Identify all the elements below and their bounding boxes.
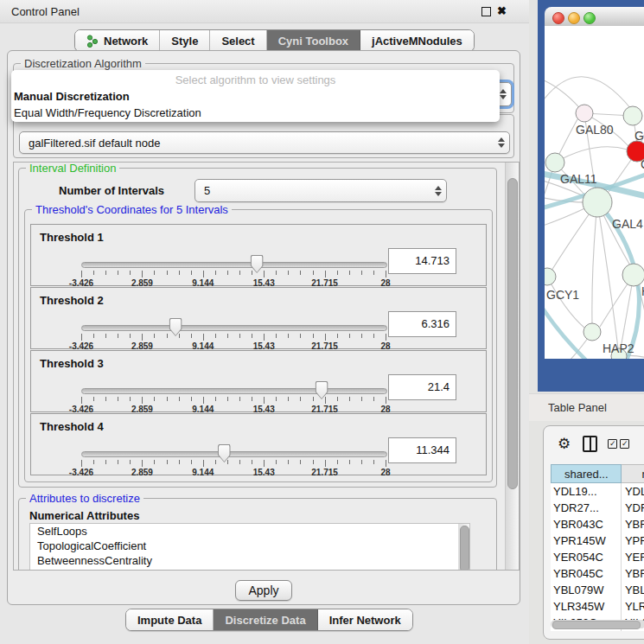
slider-thumb[interactable] [218,444,231,462]
slider-track[interactable] [81,262,387,268]
slider-thumb[interactable] [169,318,182,336]
gear-icon[interactable]: ⚙ [558,437,571,451]
slider-track[interactable] [81,388,387,394]
attribute-item-selfloops[interactable]: SelfLoops [30,524,469,539]
number-of-intervals-combo[interactable]: 5 [194,179,447,202]
slider-thumb[interactable] [251,255,264,273]
checkbox-icon[interactable]: ✓ [620,439,629,449]
cell-shared-name[interactable]: YLR345W [551,598,622,615]
GAL4-node[interactable] [583,188,612,217]
table-row[interactable]: YDR27...YDR2 [551,500,644,516]
GCY1-node[interactable] [545,268,556,285]
threshold-value-field[interactable]: 6.316 [388,311,456,337]
node-top-right[interactable] [623,106,642,125]
threshold-value-field[interactable]: 21.4 [388,374,456,400]
split-columns-icon[interactable] [583,436,597,452]
threshold-value-field[interactable]: 14.713 [388,248,456,274]
slider-tick [239,334,240,338]
tab-discretize-data[interactable]: Discretize Data [214,609,317,630]
cell-shared-name[interactable]: YBL079W [551,582,622,598]
threshold-value-field[interactable]: 11.344 [388,437,456,463]
cell-name[interactable]: YBR0 [622,565,644,582]
table-row[interactable]: YBR043CYBR0 [551,516,644,532]
attribute-item-topologicalcoefficient[interactable]: TopologicalCoefficient [30,539,469,553]
scrollbar-thumb[interactable] [552,621,641,629]
slider-track[interactable] [81,451,387,457]
slider-tick-label: 9.144 [192,468,214,477]
slider-tick [215,397,216,401]
slider-tick [349,271,350,275]
HAP2-node[interactable] [583,323,601,341]
slider-tick [300,334,301,338]
H-node[interactable] [622,264,644,286]
slider-thumb[interactable] [316,381,328,399]
tab-impute-data[interactable]: Impute Data [126,609,214,630]
algorithm-option-manual-discretization[interactable]: Manual Discretization [11,88,500,105]
settings-vertical-scrollbar[interactable] [505,163,519,570]
zoom-traffic-light-icon[interactable] [583,12,596,24]
column-header-shared-name[interactable]: shared... [551,464,622,483]
attribute-list-scrollbar[interactable] [458,524,469,571]
cell-name[interactable]: YDL1 [622,483,644,500]
network-edge[interactable] [592,202,597,323]
table-panel-header: Table Panel [529,393,644,421]
cell-shared-name[interactable]: YDR27... [551,500,622,516]
cell-name[interactable]: YPR1 [622,532,644,549]
tab-network[interactable]: Network [75,30,160,51]
cell-shared-name[interactable]: YPR145W [551,532,622,549]
network-canvas[interactable]: GAL80G.CGAL11GAL4GCY1HHAP2 [545,26,644,359]
table-row[interactable]: YBR045CYBR0 [551,565,644,582]
tab-cyni-toolbox[interactable]: Cyni Toolbox [267,30,360,51]
tab-label: jActiveMNodules [372,35,462,48]
scrollbar-thumb[interactable] [460,526,469,571]
GAL80-node[interactable] [576,105,593,122]
cell-shared-name[interactable]: YBR045C [551,565,622,582]
close-icon[interactable]: ✖ [497,4,507,17]
checkbox-icon[interactable]: ✓ [608,439,617,449]
table-row[interactable]: YDL19...YDL1 [551,483,644,500]
tab-infer-network[interactable]: Infer Network [318,609,412,630]
cell-name[interactable]: YBR0 [622,516,644,532]
tab-label: Select [221,35,254,48]
GAL11-node[interactable] [545,153,564,172]
cell-name[interactable]: YBL0 [622,582,644,598]
algorithm-option-equal-width-frequency-discretization[interactable]: Equal Width/Frequency Discretization [11,105,500,121]
scrollbar-thumb[interactable] [507,178,518,489]
table-horizontal-scrollbar[interactable] [551,620,644,628]
threshold-2-slider[interactable]: -3.4262.8599.14415.4321.71528 [81,325,386,348]
tab-jactivemnodules[interactable]: jActiveMNodules [360,30,474,51]
slider-tick [179,397,180,401]
cell-name[interactable]: YER0 [622,549,644,565]
table-row[interactable]: YPR145WYPR1 [551,532,644,549]
float-window-icon[interactable] [481,7,491,16]
table-row[interactable]: YBL079WYBL0 [551,582,644,598]
tab-select[interactable]: Select [210,30,266,51]
cell-shared-name[interactable]: YBR043C [551,516,622,532]
slider-tick [337,334,338,338]
threshold-4-slider[interactable]: -3.4262.8599.14415.4321.71528 [81,451,386,474]
network-window-titlebar[interactable] [545,7,644,27]
cell-shared-name[interactable]: YDL19... [551,483,622,500]
network-edge[interactable] [545,77,631,109]
cell-name[interactable]: YDR2 [622,500,644,516]
minimize-traffic-light-icon[interactable] [568,12,580,24]
table-row[interactable]: YLR345WYLR3 [551,598,644,615]
slider-track[interactable] [81,325,387,331]
table-data-combo[interactable]: galFiltered.sif default node [19,131,510,154]
apply-button[interactable]: Apply [235,580,292,601]
threshold-label: Threshold 1 [40,231,104,244]
slider-tick [300,271,301,275]
attribute-item-betweennesscentrality[interactable]: BetweennessCentrality [30,553,469,568]
threshold-1-slider[interactable]: -3.4262.8599.14415.4321.71528 [81,262,386,284]
tab-style[interactable]: Style [160,30,210,51]
threshold-3-slider[interactable]: -3.4262.8599.14415.4321.71528 [81,388,386,411]
slider-tick [130,460,131,464]
cell-shared-name[interactable]: YER054C [551,549,622,565]
table-row[interactable]: YER054CYER0 [551,549,644,565]
slider-tick-label: 2.859 [131,468,153,477]
close-traffic-light-icon[interactable] [552,12,564,24]
cell-name[interactable]: YLR3 [622,598,644,615]
node-label-gal80: GAL80 [576,123,614,137]
cyni-toolbox-panel: Discretization Algorithm Table Data galF… [7,50,520,605]
column-header-name[interactable]: name [622,464,644,483]
